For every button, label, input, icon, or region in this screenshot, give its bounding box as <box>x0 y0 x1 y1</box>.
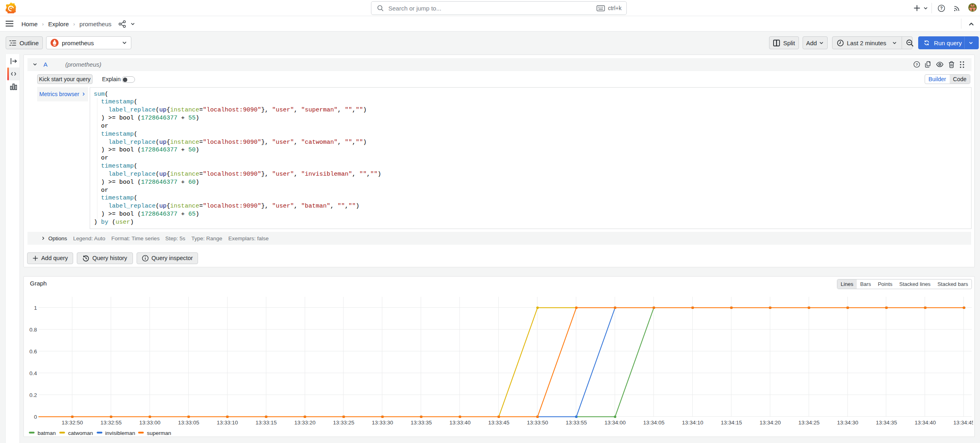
svg-text:13:34:20: 13:34:20 <box>759 420 781 426</box>
svg-text:0.6: 0.6 <box>29 349 37 355</box>
svg-text:13:33:05: 13:33:05 <box>178 420 199 426</box>
svg-text:13:34:25: 13:34:25 <box>798 420 820 426</box>
svg-text:0: 0 <box>34 414 37 420</box>
svg-text:1: 1 <box>34 305 37 311</box>
svg-text:13:33:55: 13:33:55 <box>565 420 587 426</box>
svg-text:0.2: 0.2 <box>29 392 37 398</box>
svg-text:13:34:05: 13:34:05 <box>643 420 664 426</box>
svg-text:13:33:20: 13:33:20 <box>294 420 316 426</box>
svg-text:0.4: 0.4 <box>29 370 37 376</box>
svg-text:13:33:45: 13:33:45 <box>488 420 509 426</box>
svg-text:13:33:10: 13:33:10 <box>217 420 238 426</box>
svg-text:13:34:45: 13:34:45 <box>953 420 973 426</box>
svg-text:13:34:40: 13:34:40 <box>915 420 936 426</box>
svg-text:13:33:50: 13:33:50 <box>527 420 548 426</box>
svg-text:13:33:25: 13:33:25 <box>333 420 354 426</box>
svg-text:13:32:50: 13:32:50 <box>61 420 83 426</box>
svg-text:13:34:15: 13:34:15 <box>721 420 742 426</box>
svg-text:superman: superman <box>147 430 171 436</box>
svg-text:13:33:35: 13:33:35 <box>411 420 432 426</box>
svg-text:?: ? <box>940 6 942 10</box>
svg-text:0.8: 0.8 <box>29 327 37 333</box>
svg-text:13:33:00: 13:33:00 <box>139 420 160 426</box>
svg-text:13:33:15: 13:33:15 <box>255 420 277 426</box>
svg-text:13:34:00: 13:34:00 <box>604 420 626 426</box>
svg-text:13:34:10: 13:34:10 <box>682 420 703 426</box>
svg-text:13:33:40: 13:33:40 <box>449 420 470 426</box>
svg-text:batman: batman <box>38 430 56 436</box>
svg-text:13:34:30: 13:34:30 <box>837 420 858 426</box>
svg-text:invisibleman: invisibleman <box>105 430 135 436</box>
svg-text:13:32:55: 13:32:55 <box>100 420 122 426</box>
svg-text:?: ? <box>915 62 918 67</box>
svg-text:13:33:30: 13:33:30 <box>372 420 393 426</box>
svg-text:13:34:35: 13:34:35 <box>876 420 897 426</box>
svg-text:catwoman: catwoman <box>68 430 93 436</box>
